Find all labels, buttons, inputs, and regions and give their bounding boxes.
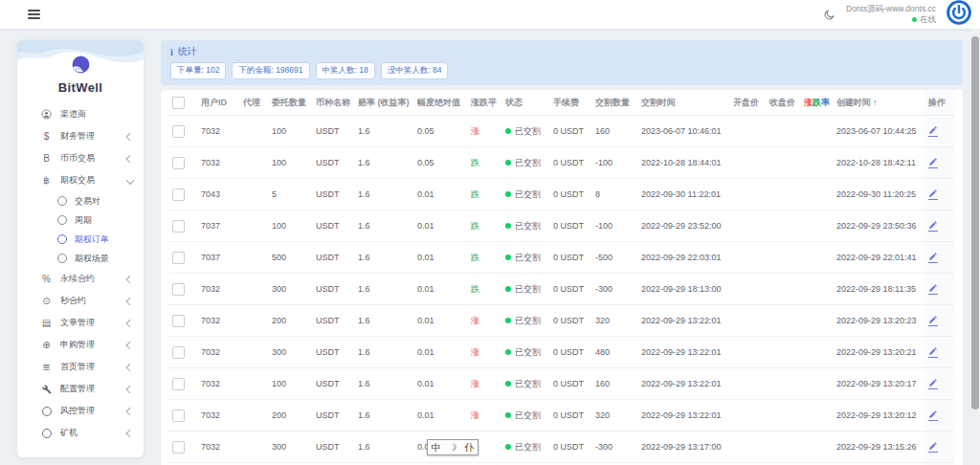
dark-mode-icon[interactable] [823,9,835,21]
edit-button[interactable] [928,346,938,358]
edit-button[interactable] [928,283,938,295]
operation-cell [924,368,955,400]
cell [239,210,268,242]
cell: USDT [312,242,354,274]
cell: 0 USDT [549,400,591,432]
vertical-scrollbar[interactable] [970,29,980,465]
select-all-checkbox[interactable] [172,97,185,109]
cell: -500 [591,242,637,274]
sidebar-item-4[interactable]: %永续合约 [17,268,144,290]
sidebar-item-9[interactable]: 配置管理 [17,378,144,400]
cell [800,400,833,432]
status-badge: 已交割 [505,252,546,264]
sidebar-nav: 渠道商$财务管理B币币交易฿期权交易交易对周期期权订单期权场景%永续合约⊙秒合约… [17,103,144,444]
edit-button[interactable] [928,410,938,421]
edit-button[interactable] [928,157,938,168]
cell: USDT [312,210,354,242]
cell: 2022-09-29 18:11:35 [833,274,924,305]
cell: -100 [591,210,637,242]
row-checkbox[interactable] [172,283,185,296]
brand: BitWell [17,40,144,95]
row-checkbox[interactable] [172,157,185,169]
scrollbar-thumb[interactable] [971,36,979,410]
status-label: 已交割 [515,125,541,138]
info-icon: i [170,47,173,57]
sidebar-item-0[interactable]: 渠道商 [17,103,144,125]
row-checkbox[interactable] [172,188,185,201]
chevron-left-icon [125,298,133,305]
cell: 160 [591,368,637,400]
sidebar-item-3[interactable]: ฿期权交易 [17,169,144,191]
cell [800,305,833,337]
row-checkbox[interactable] [172,346,185,359]
column-header-11: 开盘价 [729,90,766,116]
sidebar-item-2[interactable]: B币币交易 [17,147,144,169]
cell: 0 USDT [549,305,591,337]
sidebar-item-1[interactable]: $财务管理 [17,125,144,147]
sidebar-item-label: 期权交易 [60,174,127,187]
edit-button[interactable] [928,125,938,137]
edit-button[interactable] [928,252,938,263]
row-select-cell [168,337,197,368]
edit-button[interactable] [928,378,938,389]
status-dot-icon [505,412,511,418]
cell: USDT [312,400,354,432]
cell [239,147,268,179]
select-all-header [168,90,197,116]
row-checkbox[interactable] [172,315,185,327]
status-cell: 已交割 [501,179,549,210]
row-checkbox[interactable] [172,410,185,422]
direction-cell: 跌 [467,210,501,242]
row-checkbox[interactable] [172,441,185,454]
sidebar-subitem-3-3[interactable]: 期权场景 [17,249,144,268]
cell: 7032 [197,368,239,400]
cell: 480 [591,337,637,368]
edit-button[interactable] [928,220,938,232]
ime-status-bar[interactable]: 中☽仆 [427,439,479,455]
cell: 0.05 [413,116,467,147]
cell: 2023-06-07 10:46:01 [637,116,729,147]
sidebar-item-7[interactable]: ⊕申购管理 [17,334,144,356]
sidebar-item-8[interactable]: ≣首页管理 [17,356,144,378]
sidebar-item-label: 文章管理 [60,317,127,329]
sidebar-item-11[interactable]: 矿机 [17,422,144,444]
cell: 0.01 [413,368,467,400]
operation-cell [924,210,955,242]
row-checkbox[interactable] [172,252,185,264]
sidebar-item-10[interactable]: 风控管理 [17,400,144,422]
main-content: i 统计 下单量: 102下的金额: 198691中奖人数: 18没中奖人数: … [161,40,963,465]
column-header-14[interactable]: 创建时间↑ [833,90,924,116]
sidebar-item-5[interactable]: ⊙秒合约 [17,290,144,312]
status-badge: 已交割 [505,220,546,232]
cell: 100 [268,147,312,179]
edit-button[interactable] [928,441,938,453]
cell [239,368,268,400]
cell: 2022-09-29 13:17:00 [637,432,729,463]
sidebar-subitem-3-0[interactable]: 交易对 [17,191,144,210]
edit-button[interactable] [928,188,938,200]
cell [800,274,833,305]
row-checkbox[interactable] [172,125,185,138]
edit-button[interactable] [928,315,938,326]
cell: 7032 [197,116,239,147]
row-checkbox[interactable] [172,378,185,390]
sidebar-toggle-button[interactable] [28,8,40,22]
column-header-13: 涨跌率 [800,90,833,116]
status-badge: 已交割 [505,315,546,327]
sort-asc-icon[interactable]: ↑ [873,98,878,107]
cell: 2022-10-28 18:44:01 [637,147,729,179]
row-checkbox[interactable] [172,220,185,232]
article-icon: ▤ [40,318,53,328]
stat-chip-0: 下单量: 102 [170,62,226,79]
status-label: 已交割 [515,378,541,390]
sidebar-subitem-3-2[interactable]: 期权订单 [17,230,144,249]
sidebar-item-6[interactable]: ▤文章管理 [17,312,144,334]
user-info[interactable]: Donts源码-www.donts.cc 在线 [846,4,936,25]
direction-cell: 涨 [467,116,501,147]
direction-cell: 涨 [467,368,501,400]
sidebar-subitem-3-1[interactable]: 周期 [17,210,144,230]
cell: 300 [268,337,312,368]
status-cell: 已交割 [501,116,549,147]
cell [239,116,268,147]
table-row: 7032100USDT1.60.01涨已交割0 USDT1602022-09-2… [168,368,955,400]
